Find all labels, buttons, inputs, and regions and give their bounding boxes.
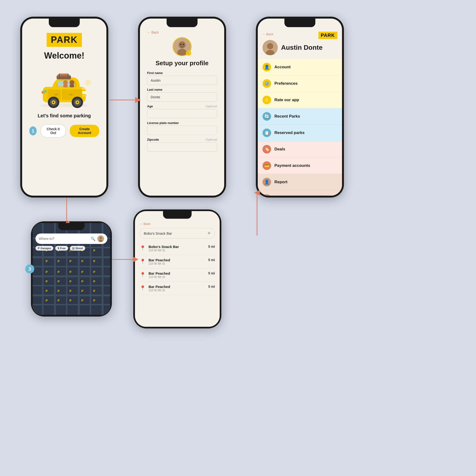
help-icon: ❓ [262,194,271,196]
svg-text:P: P [93,249,95,252]
svg-rect-42 [33,256,110,258]
last-name-input[interactable] [147,92,217,102]
menu-item-account[interactable]: 👤 Account [258,59,342,75]
create-account-button[interactable]: Create Account [70,125,99,137]
setup-content: ← Back ✏️ Setup your profile [140,18,224,162]
step-badge-3: 3 [25,264,34,273]
account-icon: 👤 [262,63,271,71]
phone-map: P P P P P P P P P P P P P P P P P P P P [31,221,112,317]
preferences-icon: ⚙️ [262,79,271,88]
svg-text:P: P [81,270,83,274]
filter-free[interactable]: $ Free [55,246,68,251]
result-distance-3: 5 mi [208,271,215,275]
welcome-heading: Welcome! [44,51,84,61]
profile-logo: PARK [319,32,337,39]
svg-point-21 [69,80,74,85]
menu-item-report[interactable]: 👤 Report [258,174,342,190]
svg-rect-25 [59,73,68,75]
filter-garages[interactable]: P Garages [35,246,53,251]
logo-text: PARK [51,35,78,45]
avatar-edit-button[interactable]: ✏️ [186,51,191,56]
back-link[interactable]: ← Back [147,31,159,34]
svg-text:P: P [93,280,95,283]
result-distance-2: 5 mi [208,258,215,262]
menu-item-deals[interactable]: 🏷️ Deals [258,141,342,157]
result-item-1[interactable]: 📍 Bobo's Snack Bar 110 W 5th St 5 mi [140,242,215,255]
svg-rect-46 [33,294,110,296]
plate-label: License plate number [147,121,217,125]
first-name-group: First name [147,71,217,85]
svg-text:P: P [93,289,95,293]
svg-text:P: P [93,260,95,263]
result-distance-1: 5 mi [208,245,215,249]
payment-icon: 💳 [262,161,271,170]
menu-item-recent-parks[interactable]: 🔄 Recent Parks [258,108,342,125]
result-pin-1: 📍 [140,245,146,251]
svg-rect-20 [63,85,68,87]
filter-street[interactable]: ||| Street [70,246,85,251]
first-name-input[interactable] [147,76,217,85]
phone-results-inner: ← Back Bobo's Snack Bar ✕ 📍 Bobo's Snack… [135,211,220,327]
svg-point-19 [63,80,68,85]
svg-point-30 [85,80,91,85]
profile-user-avatar [262,40,278,55]
svg-text:P: P [58,299,60,302]
phone-setup-inner: ← Back ✏️ Setup your profile [140,18,224,196]
age-input[interactable] [147,109,217,118]
menu-item-rate[interactable]: ⭐ Rate our app [258,92,342,108]
menu-content: ← Back PARK Austin Donte [258,18,342,196]
result-address-1: 110 W 5th St [149,249,205,252]
result-address-4: 110 W 5th St [149,289,205,292]
svg-text:P: P [46,260,48,263]
profile-back-link[interactable]: ← Back [262,32,273,36]
result-item-3[interactable]: 📍 Bar Peached 110 W 5th St 5 mi [140,269,215,282]
svg-point-89 [100,237,102,239]
map-search-bar[interactable]: Where to? 🔍 [35,234,107,244]
svg-rect-47 [33,304,110,305]
svg-text:P: P [58,289,60,293]
clear-icon[interactable]: ✕ [207,231,211,236]
result-pin-4: 📍 [140,285,146,291]
svg-text:P: P [58,260,60,263]
svg-text:P: P [81,299,83,302]
arrow-1-to-2 [107,90,140,109]
phone2-notch [167,18,198,27]
results-search-bar[interactable]: Bobo's Snack Bar ✕ [140,228,215,238]
setup-title: Setup your profile [156,60,208,67]
svg-text:P: P [93,299,95,302]
check-it-out-button[interactable]: Check it Out [40,124,66,137]
reserved-label: Reserved parks [274,130,305,135]
profile-user-name: Austin Donte [281,44,323,51]
menu-item-help[interactable]: ❓ Need help? [258,190,342,196]
result-item-2[interactable]: 📍 Bar Peached 110 W 5th St 5 mi [140,255,215,269]
zip-label: Zipcode Optional [147,138,217,141]
rate-label: Rate our app [274,98,299,102]
phone-menu-inner: ← Back PARK Austin Donte [258,18,342,196]
menu-item-preferences[interactable]: ⚙️ Preferences [258,75,342,92]
svg-text:P: P [46,289,48,293]
find-parking-text: Let's find some parking [38,113,91,119]
svg-text:P: P [46,299,48,302]
report-label: Report [274,180,288,185]
plate-group: License plate number [147,121,217,135]
svg-rect-44 [33,275,110,277]
result-pin-3: 📍 [140,272,146,277]
map-user-avatar [97,235,104,242]
welcome-buttons: 1 Check it Out Create Account [29,124,99,137]
svg-rect-8 [82,91,86,94]
phone5-notch [163,211,192,219]
phone-welcome: PARK Welcome! [20,17,108,198]
phone-welcome-inner: PARK Welcome! [22,18,106,196]
results-back-link[interactable]: ← Back [140,222,215,226]
step-badge-1: 1 [29,126,37,136]
menu-item-reserved[interactable]: 📋 Reserved parks [258,125,342,141]
age-label: Age Optional [147,104,217,108]
menu-item-payment[interactable]: 💳 Payment accounts [258,157,342,174]
report-icon: 👤 [262,178,271,186]
result-item-4[interactable]: 📍 Bar Peached 110 W 5th St 5 mi [140,282,215,295]
svg-point-34 [180,44,182,45]
zip-input[interactable] [147,142,217,152]
map-view: P P P P P P P P P P P P P P P P P P P P [33,223,110,315]
plate-input[interactable] [147,126,217,135]
result-address-3: 110 W 5th St [149,275,205,279]
